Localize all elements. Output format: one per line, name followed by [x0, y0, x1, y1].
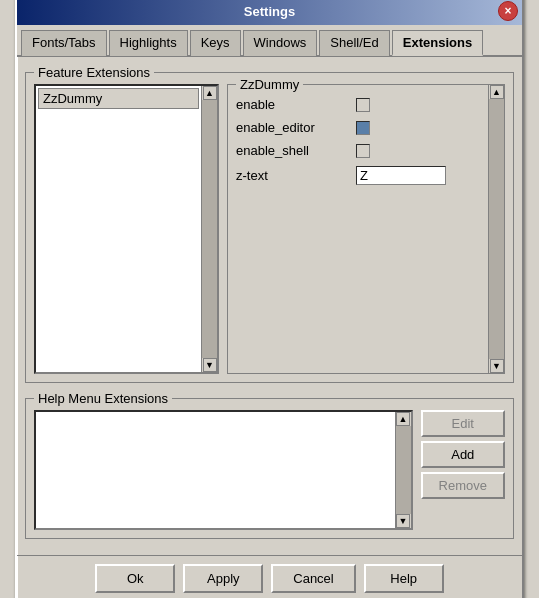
bottom-bar: Ok Apply Cancel Help [17, 555, 522, 598]
zzdummy-options: enable enable_editor enable_shell [236, 97, 496, 365]
help-scroll-down[interactable]: ▼ [396, 514, 410, 528]
zzdummy-legend: ZzDummy [236, 77, 303, 92]
add-button[interactable]: Add [421, 441, 505, 468]
extension-list-container: ZzDummy ▲ ▼ [34, 84, 219, 374]
help-ext-inner: ▲ ▼ Edit Add Remove [34, 410, 505, 530]
option-enable-editor: enable_editor [236, 120, 478, 135]
help-scroll-track [396, 426, 411, 514]
z-text-input[interactable] [356, 166, 446, 185]
settings-window: Settings × Fonts/Tabs Highlights Keys Wi… [15, 0, 524, 598]
list-scrollbar[interactable]: ▲ ▼ [201, 86, 217, 372]
feature-extensions-group: Feature Extensions ZzDummy ▲ ▼ [25, 65, 514, 383]
scroll-track [202, 100, 217, 358]
help-scroll-up[interactable]: ▲ [396, 412, 410, 426]
tab-keys[interactable]: Keys [190, 30, 241, 56]
title-bar: Settings × [17, 0, 522, 25]
help-buttons: Edit Add Remove [421, 410, 505, 530]
enable-shell-checkbox[interactable] [356, 144, 370, 158]
option-enable: enable [236, 97, 478, 112]
enable-checkbox[interactable] [356, 98, 370, 112]
panel-scroll-track [489, 99, 504, 359]
panel-scroll-down[interactable]: ▼ [490, 359, 504, 373]
help-extensions-legend: Help Menu Extensions [34, 391, 172, 406]
tab-shell-ed[interactable]: Shell/Ed [319, 30, 389, 56]
option-z-text: z-text [236, 166, 478, 185]
help-list: ▲ ▼ [34, 410, 413, 530]
help-button[interactable]: Help [364, 564, 444, 593]
scroll-up-arrow[interactable]: ▲ [203, 86, 217, 100]
zzdummy-panel: ZzDummy enable enable_editor [227, 84, 505, 374]
apply-button[interactable]: Apply [183, 564, 263, 593]
option-enable-shell: enable_shell [236, 143, 478, 158]
list-item[interactable]: ZzDummy [38, 88, 199, 109]
extension-list: ZzDummy ▲ ▼ [34, 84, 219, 374]
tab-highlights[interactable]: Highlights [109, 30, 188, 56]
main-content: Feature Extensions ZzDummy ▲ ▼ [17, 57, 522, 555]
tab-bar: Fonts/Tabs Highlights Keys Windows Shell… [17, 25, 522, 57]
panel-scrollbar[interactable]: ▲ ▼ [488, 85, 504, 373]
tab-windows[interactable]: Windows [243, 30, 318, 56]
enable-editor-checkbox[interactable] [356, 121, 370, 135]
help-list-scrollbar[interactable]: ▲ ▼ [395, 412, 411, 528]
panel-scroll-up[interactable]: ▲ [490, 85, 504, 99]
scroll-down-arrow[interactable]: ▼ [203, 358, 217, 372]
edit-button[interactable]: Edit [421, 410, 505, 437]
feature-extensions-inner: ZzDummy ▲ ▼ ZzDummy [34, 84, 505, 374]
tab-fonts-tabs[interactable]: Fonts/Tabs [21, 30, 107, 56]
ok-button[interactable]: Ok [95, 564, 175, 593]
feature-extensions-legend: Feature Extensions [34, 65, 154, 80]
remove-button[interactable]: Remove [421, 472, 505, 499]
help-menu-extensions-group: Help Menu Extensions ▲ ▼ Edit Add Remove [25, 391, 514, 539]
cancel-button[interactable]: Cancel [271, 564, 355, 593]
window-title: Settings [244, 4, 295, 19]
close-button[interactable]: × [498, 1, 518, 21]
tab-extensions[interactable]: Extensions [392, 30, 483, 56]
